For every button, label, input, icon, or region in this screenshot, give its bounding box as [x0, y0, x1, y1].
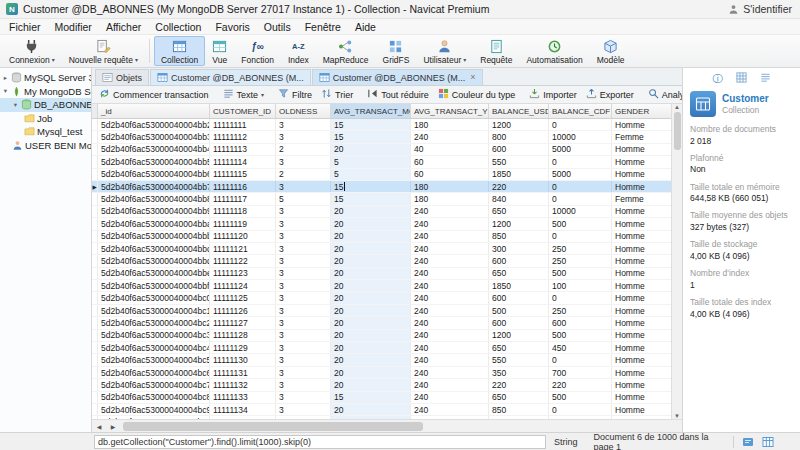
- collapse-all-button[interactable]: Tout réduire: [363, 87, 433, 102]
- cell-customer_id[interactable]: 11111118: [210, 206, 276, 217]
- table-row[interactable]: 5d2b40f6ac53000040004bc21111112732024060…: [92, 317, 671, 329]
- cell-balance_usd[interactable]: 550: [489, 354, 549, 365]
- cell-customer_id[interactable]: 11111120: [210, 231, 276, 242]
- cell-balance_usd[interactable]: 220: [489, 181, 549, 192]
- column-header-avg_transact_year[interactable]: AVG_TRANSACT_YEAR: [411, 104, 489, 118]
- cell-avg_transact_month[interactable]: 15: [331, 193, 411, 204]
- notes-panel-icon[interactable]: [742, 436, 754, 448]
- cell-oldness[interactable]: 3: [276, 330, 331, 341]
- cell-gender[interactable]: Homme: [612, 119, 671, 130]
- table-row[interactable]: 5d2b40f6ac53000040004bbd1111112232024060…: [92, 255, 671, 267]
- scroll-right-icon[interactable]: ▶: [106, 423, 120, 430]
- importer-button[interactable]: Importer: [525, 87, 581, 102]
- cell-avg_transact_month[interactable]: 20: [331, 330, 411, 341]
- cell-avg_transact_month[interactable]: 20: [331, 379, 411, 390]
- cell-oldness[interactable]: 3: [276, 156, 331, 167]
- cell-gender[interactable]: Homme: [612, 144, 671, 155]
- cell-balance_cdf[interactable]: 600: [549, 317, 612, 328]
- table-row[interactable]: ▶5d2b40f6ac53000040004bb7111111163151802…: [92, 181, 671, 193]
- tree-item-mysql-server[interactable]: ▸ MySQL Server 3309: [0, 71, 91, 85]
- sign-in-button[interactable]: S'identifier: [728, 3, 792, 15]
- cell-balance_cdf[interactable]: 0: [549, 119, 612, 130]
- cell-customer_id[interactable]: 11111121: [210, 243, 276, 254]
- cell-balance_cdf[interactable]: 500: [549, 330, 612, 341]
- cell-balance_usd[interactable]: 1200: [489, 330, 549, 341]
- table-row[interactable]: 5d2b40f6ac53000040004bb61111111525601850…: [92, 169, 671, 181]
- cell-balance_usd[interactable]: 1200: [489, 119, 549, 130]
- cell-balance_cdf[interactable]: 500: [549, 392, 612, 403]
- cell-_id[interactable]: 5d2b40f6ac53000040004bbe: [98, 268, 210, 279]
- cell-balance_usd[interactable]: 1850: [489, 169, 549, 180]
- cell-balance_cdf[interactable]: 700: [549, 367, 612, 378]
- cell-oldness[interactable]: 3: [276, 379, 331, 390]
- table-row[interactable]: 5d2b40f6ac53000040004bb91111111832024065…: [92, 206, 671, 218]
- cell-_id[interactable]: 5d2b40f6ac53000040004bb8: [98, 193, 210, 204]
- cell-_id[interactable]: 5d2b40f6ac53000040004bc2: [98, 317, 210, 328]
- mapreduce-button[interactable]: MapReduce: [316, 36, 376, 66]
- cell-avg_transact_year[interactable]: 240: [411, 342, 489, 353]
- cell-customer_id[interactable]: 11111130: [210, 354, 276, 365]
- cell-avg_transact_month[interactable]: 20: [331, 280, 411, 291]
- cell-customer_id[interactable]: 11111133: [210, 392, 276, 403]
- exporter-button[interactable]: Exporter: [582, 87, 638, 102]
- column-header-avg_transact_month[interactable]: AVG_TRANSACT_MONTH: [331, 104, 411, 118]
- cell-customer_id[interactable]: 11111116: [210, 181, 276, 192]
- cell-balance_cdf[interactable]: 220: [549, 379, 612, 390]
- cell-oldness[interactable]: 3: [276, 243, 331, 254]
- cell-avg_transact_year[interactable]: 240: [411, 354, 489, 365]
- cell-balance_usd[interactable]: 300: [489, 243, 549, 254]
- cell-balance_usd[interactable]: 840: [489, 193, 549, 204]
- horizontal-scrollbar-track[interactable]: [120, 420, 682, 432]
- cell-_id[interactable]: 5d2b40f6ac53000040004bb9: [98, 206, 210, 217]
- cell-avg_transact_year[interactable]: 40: [411, 144, 489, 155]
- cell-oldness[interactable]: 3: [276, 255, 331, 266]
- cell-oldness[interactable]: 3: [276, 131, 331, 142]
- collection-button[interactable]: Collection: [154, 36, 205, 66]
- cell-avg_transact_month[interactable]: 20: [331, 292, 411, 303]
- cell-_id[interactable]: 5d2b40f6ac53000040004bc9: [98, 404, 210, 415]
- table-row[interactable]: 5d2b40f6ac53000040004bc41111112932024065…: [92, 342, 671, 354]
- texte-button[interactable]: Texte ▾: [219, 87, 269, 102]
- cell-balance_cdf[interactable]: 5000: [549, 169, 612, 180]
- cell-oldness[interactable]: 3: [276, 317, 331, 328]
- cell-avg_transact_year[interactable]: 240: [411, 330, 489, 341]
- cell-oldness[interactable]: 2: [276, 169, 331, 180]
- cell-avg_transact_year[interactable]: 240: [411, 231, 489, 242]
- cell-gender[interactable]: Homme: [612, 181, 671, 192]
- cell-avg_transact_month[interactable]: 5: [331, 169, 411, 180]
- cell-avg_transact_year[interactable]: 240: [411, 131, 489, 142]
- cell-oldness[interactable]: 3: [276, 305, 331, 316]
- menu-collection[interactable]: Collection: [148, 19, 208, 34]
- cell-gender[interactable]: Homme: [612, 292, 671, 303]
- cell-avg_transact_year[interactable]: 180: [411, 119, 489, 130]
- cell-avg_transact_month[interactable]: 20: [331, 404, 411, 415]
- cell-customer_id[interactable]: 11111129: [210, 342, 276, 353]
- cell-avg_transact_year[interactable]: 180: [411, 181, 489, 192]
- cell-avg_transact_month[interactable]: 20: [331, 305, 411, 316]
- menu-favoris[interactable]: Favoris: [208, 19, 256, 34]
- cell-_id[interactable]: 5d2b40f6ac53000040004bb3: [98, 131, 210, 142]
- cell-_id[interactable]: 5d2b40f6ac53000040004bb4: [98, 144, 210, 155]
- cell-gender[interactable]: Homme: [612, 354, 671, 365]
- filtre-button[interactable]: Filtre: [274, 87, 316, 102]
- cell-oldness[interactable]: 5: [276, 193, 331, 204]
- analyser-button[interactable]: Analyser: [644, 87, 682, 102]
- cell-gender[interactable]: Homme: [612, 231, 671, 242]
- type-color-button[interactable]: Couleur du type: [434, 87, 520, 102]
- cell-oldness[interactable]: 3: [276, 342, 331, 353]
- cell-gender[interactable]: Homme: [612, 404, 671, 415]
- cell-balance_cdf[interactable]: 0: [549, 404, 612, 415]
- cell-_id[interactable]: 5d2b40f6ac53000040004bc3: [98, 330, 210, 341]
- cell-avg_transact_year[interactable]: 240: [411, 317, 489, 328]
- cell-avg_transact_year[interactable]: 240: [411, 404, 489, 415]
- cell-balance_cdf[interactable]: 10000: [549, 206, 612, 217]
- cell-gender[interactable]: Homme: [612, 305, 671, 316]
- column-header-oldness[interactable]: OLDNESS: [276, 104, 331, 118]
- cell-avg_transact_year[interactable]: 240: [411, 280, 489, 291]
- cell-_id[interactable]: 5d2b40f6ac53000040004bc1: [98, 305, 210, 316]
- table-row[interactable]: 5d2b40f6ac53000040004bc71111113232024022…: [92, 379, 671, 391]
- menu-fichier[interactable]: Fichier: [2, 19, 48, 34]
- info-icon[interactable]: ⓘ: [713, 72, 723, 86]
- cell-_id[interactable]: 5d2b40f6ac53000040004bbb: [98, 231, 210, 242]
- tree-item-db-abonnes[interactable]: ▾ DB_ABONNES: [0, 98, 91, 112]
